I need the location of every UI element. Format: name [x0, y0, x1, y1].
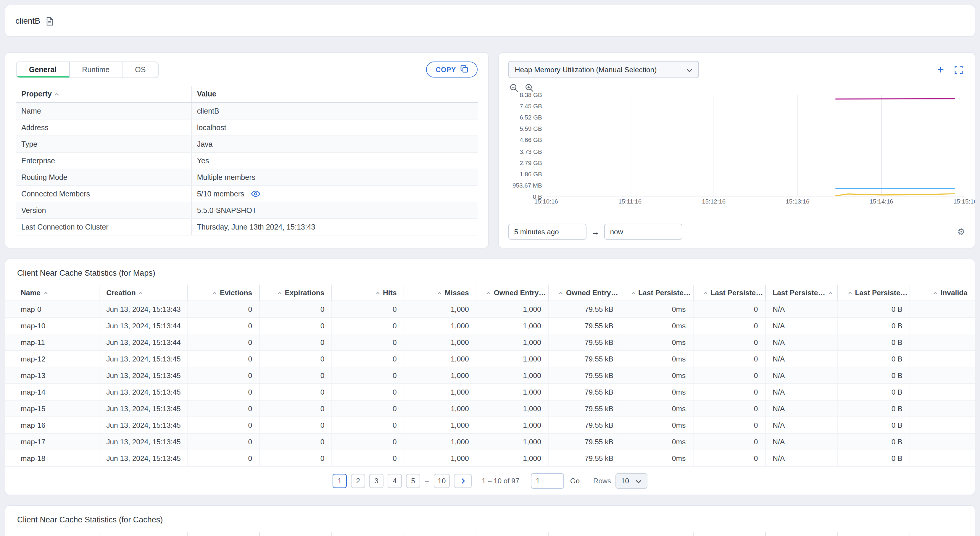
column-header[interactable]: Misses: [404, 532, 476, 536]
column-header[interactable]: Owned Entry…: [549, 532, 621, 536]
x-axis-label: 15:10:16: [535, 198, 558, 205]
cell-name: map-17: [5, 433, 99, 450]
cell-value: [910, 317, 975, 334]
cell-value: 0: [187, 417, 259, 433]
cell-value: 0: [332, 301, 404, 317]
cell-value: 1,000: [404, 334, 476, 350]
tab-runtime[interactable]: Runtime: [70, 62, 123, 78]
column-header[interactable]: Invalida: [910, 285, 975, 301]
column-header[interactable]: Creation: [99, 532, 187, 536]
cell-name: map-13: [5, 367, 99, 384]
copy-icon: [460, 65, 468, 74]
page-button-2[interactable]: 2: [351, 474, 365, 488]
column-header[interactable]: Evictions: [187, 285, 259, 301]
column-header[interactable]: Last Persiste…: [838, 532, 910, 536]
eye-icon[interactable]: [251, 191, 260, 197]
cell-value: 79.55 kB: [549, 400, 621, 417]
tab-general[interactable]: General: [17, 62, 70, 78]
chart-y-axis: 8.38 GB7.45 GB6.52 GB5.59 GB4.66 GB3.73 …: [508, 95, 546, 196]
column-header[interactable]: Last Persiste…: [621, 285, 693, 301]
go-button[interactable]: Go: [570, 477, 580, 485]
property-name: Connected Members: [16, 186, 191, 202]
column-header[interactable]: Misses: [404, 285, 476, 301]
zoom-out-icon[interactable]: [509, 83, 519, 92]
goto-page-input[interactable]: [531, 473, 564, 489]
column-header[interactable]: Owned Entry…: [476, 532, 549, 536]
cell-value: N/A: [765, 317, 837, 334]
cell-value: 0: [332, 384, 404, 400]
cell-name: map-10: [5, 317, 99, 334]
cell-value: 79.55 kB: [549, 367, 621, 384]
caches-near-cache-section: Client Near Cache Statistics (for Caches…: [5, 505, 975, 536]
next-page-button[interactable]: [454, 474, 472, 488]
settings-gear-icon[interactable]: ⚙: [957, 227, 965, 236]
cell-value: 1,000: [404, 317, 476, 334]
tab-os[interactable]: OS: [123, 62, 158, 78]
column-header[interactable]: Last Persiste…: [765, 532, 837, 536]
cell-creation: Jun 13, 2024, 15:13:45: [99, 450, 187, 466]
column-header[interactable]: Last Persiste…: [693, 532, 765, 536]
cell-value: 1,000: [404, 417, 476, 433]
cell-value: 0 B: [838, 367, 910, 384]
sort-caret-icon: [559, 292, 563, 294]
column-header[interactable]: Name: [5, 532, 99, 536]
column-header[interactable]: Last Persiste…: [621, 532, 693, 536]
y-axis-label: 3.73 GB: [520, 148, 542, 155]
sort-caret-icon: [438, 292, 442, 294]
cell-value: 79.55 kB: [549, 384, 621, 400]
column-header[interactable]: Hits: [332, 285, 404, 301]
time-from-input[interactable]: [508, 224, 587, 240]
add-chart-icon[interactable]: +: [937, 64, 944, 75]
y-axis-label: 6.52 GB: [520, 114, 542, 121]
cell-value: 1,000: [476, 301, 549, 317]
zoom-in-icon[interactable]: [525, 83, 534, 92]
sort-caret-icon: [139, 292, 143, 294]
cell-value: 1,000: [476, 334, 549, 350]
metric-select[interactable]: Heap Memory Utilization (Manual Selectio…: [508, 61, 699, 78]
section-title: Client Near Cache Statistics (for Caches…: [5, 514, 975, 524]
table-row: map-11Jun 13, 2024, 15:13:440001,0001,00…: [5, 334, 975, 350]
y-axis-label: 8.38 GB: [520, 92, 542, 98]
cell-value: N/A: [765, 350, 837, 367]
cell-value: N/A: [765, 334, 837, 350]
cell-value: 0ms: [621, 367, 693, 384]
property-row: Connected Members5/10 members: [16, 186, 477, 202]
property-value: Java: [191, 136, 477, 152]
copy-button[interactable]: COPY: [426, 62, 477, 78]
column-header[interactable]: Invalida: [910, 532, 975, 536]
cell-name: map-15: [5, 400, 99, 417]
cell-value: [910, 450, 975, 466]
column-header[interactable]: Owned Entry…: [476, 285, 549, 301]
page-button-1[interactable]: 1: [332, 474, 347, 488]
column-header[interactable]: Evictions: [187, 532, 259, 536]
cell-value: 1,000: [476, 384, 549, 400]
cell-value: 0: [693, 417, 765, 433]
cell-value: 0ms: [621, 334, 693, 350]
column-header[interactable]: Last Persiste…: [693, 285, 765, 301]
cell-value: 0: [693, 450, 765, 466]
page-button-5[interactable]: 5: [406, 474, 420, 488]
fullscreen-icon[interactable]: [955, 65, 963, 74]
column-header[interactable]: Owned Entry…: [549, 285, 621, 301]
column-header[interactable]: Expirations: [259, 532, 332, 536]
cell-value: N/A: [765, 301, 837, 317]
cell-creation: Jun 13, 2024, 15:13:44: [99, 317, 187, 334]
cell-value: 1,000: [476, 450, 549, 466]
cell-value: 0: [259, 301, 332, 317]
time-to-input[interactable]: [604, 224, 682, 240]
cell-value: 0: [187, 301, 259, 317]
table-row: map-16Jun 13, 2024, 15:13:450001,0001,00…: [5, 417, 975, 433]
page-button-10[interactable]: 10: [434, 474, 450, 488]
cell-value: N/A: [765, 450, 837, 466]
column-header[interactable]: Hits: [332, 532, 404, 536]
page-button-4[interactable]: 4: [388, 474, 402, 488]
column-header[interactable]: Last Persiste…: [765, 285, 837, 301]
column-header[interactable]: Name: [5, 285, 99, 301]
cell-value: N/A: [765, 400, 837, 417]
column-header[interactable]: Last Persiste…: [838, 285, 910, 301]
rows-per-page-select[interactable]: 10: [615, 473, 648, 489]
column-header[interactable]: Creation: [99, 285, 187, 301]
column-header[interactable]: Expirations: [259, 285, 332, 301]
page-button-3[interactable]: 3: [369, 474, 383, 488]
property-column-header[interactable]: Property: [16, 86, 191, 103]
